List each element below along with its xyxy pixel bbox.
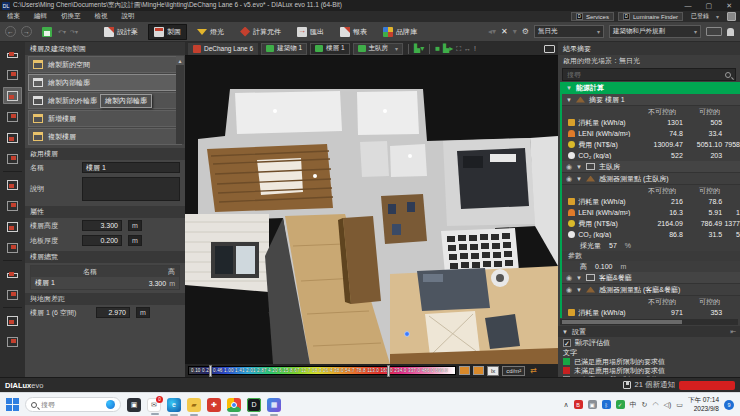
- messaging-app-icon[interactable]: ✉0: [147, 398, 161, 412]
- slab-thickness-field[interactable]: 0.200: [82, 235, 122, 246]
- redo-icon[interactable]: ↷▾: [70, 28, 78, 35]
- minimize-button[interactable]: —: [685, 2, 692, 9]
- results-search[interactable]: [562, 68, 736, 81]
- undo-icon[interactable]: ↶▾: [58, 28, 66, 35]
- mode-light-button[interactable]: 燈光: [191, 24, 230, 40]
- eye-icon[interactable]: ◉: [566, 274, 572, 282]
- ceiling-tool-icon[interactable]: [3, 218, 22, 235]
- floor-height-field[interactable]: 3.300: [82, 220, 122, 231]
- keyboard-icon[interactable]: [706, 27, 722, 36]
- close-button[interactable]: ✕: [726, 2, 732, 10]
- dimension-icon[interactable]: ↔: [464, 45, 471, 52]
- room-tool-icon[interactable]: [3, 108, 22, 125]
- room-node-master-bedroom[interactable]: ◉ ▼ 主臥房: [562, 161, 740, 173]
- pin-app-icon[interactable]: ✚: [207, 398, 221, 412]
- tray-app-red-icon[interactable]: B: [574, 400, 583, 409]
- checkbox-checked-icon[interactable]: ✓: [563, 339, 571, 347]
- floor-name-field[interactable]: 樓層 1: [82, 162, 180, 173]
- collapse-icon[interactable]: ▼: [576, 176, 582, 182]
- tray-chevron-up-icon[interactable]: ∧: [563, 401, 568, 409]
- wifi-icon[interactable]: ◠: [652, 401, 658, 409]
- solid-view-icon[interactable]: ■: [435, 44, 440, 53]
- collapse-icon[interactable]: ▼: [576, 287, 582, 293]
- planning-mode-select[interactable]: 建築物和戶外規劃 ▾: [609, 25, 701, 38]
- search-input[interactable]: [567, 71, 721, 78]
- 3d-scene[interactable]: [185, 56, 558, 364]
- user-avatar[interactable]: [727, 12, 736, 21]
- menu-edit[interactable]: 編輯: [27, 12, 54, 21]
- roof-tool-icon[interactable]: [3, 197, 22, 214]
- maximize-button[interactable]: ▢: [706, 2, 713, 10]
- clearance-value-field[interactable]: 2.970: [96, 307, 130, 318]
- view-mode-icon[interactable]: ▙▾: [414, 44, 424, 53]
- volume-icon[interactable]: ◁): [664, 401, 672, 409]
- unit-cdm2-button[interactable]: cd/m²: [502, 366, 525, 376]
- daylight-scene-select[interactable]: 無日光 ▾: [534, 25, 604, 38]
- swap-units-icon[interactable]: ⇄: [530, 366, 537, 375]
- horizontal-scrollbar[interactable]: [560, 319, 738, 325]
- energy-calculation-header[interactable]: ▼ 能源計算: [562, 82, 740, 94]
- assessment-tool-icon[interactable]: [3, 312, 22, 329]
- dialux-app-icon[interactable]: D: [247, 398, 261, 412]
- eye-icon[interactable]: ◉: [566, 175, 572, 183]
- taskbar-search[interactable]: [25, 397, 121, 412]
- forward-button[interactable]: →: [21, 26, 32, 37]
- delete-tool-icon[interactable]: ✕: [501, 27, 508, 36]
- menu-view[interactable]: 檢視: [88, 12, 115, 21]
- scroll-up-icon[interactable]: ▲: [176, 56, 184, 65]
- summary-node[interactable]: ▼ 摘要 樓層 1: [562, 94, 740, 106]
- folder-icon[interactable]: ▰: [187, 398, 201, 412]
- taskbar-search-input[interactable]: [41, 401, 102, 408]
- sensor-node[interactable]: ◉ ▼ 感測器測量點 (客廳&餐廳): [562, 284, 740, 296]
- panel-scrollbar[interactable]: ▲: [176, 56, 184, 144]
- copy-storey-button[interactable]: 複製樓層: [28, 128, 182, 145]
- file-explorer-icon[interactable]: ▣: [127, 398, 141, 412]
- table-row[interactable]: 樓層 1 3.300 m: [31, 277, 179, 289]
- project-tab[interactable]: DeChang Lane 6: [188, 43, 258, 55]
- falsecolor-max-handle[interactable]: [387, 365, 390, 377]
- battery-icon[interactable]: ▭: [676, 401, 683, 409]
- ime-indicator[interactable]: 中: [630, 400, 637, 410]
- luminaire-finder-button[interactable]: D Luminaire Finder: [618, 12, 683, 21]
- room-node-living-dining[interactable]: ◉ ▼ 客廳&餐廳: [562, 272, 740, 284]
- back-button[interactable]: ←: [5, 26, 16, 37]
- building-crumb-button[interactable]: 建築物 1: [261, 43, 307, 55]
- show-values-checkbox-row[interactable]: ✓ 顯示評估值: [558, 337, 740, 348]
- eye-icon[interactable]: ◉: [566, 163, 572, 171]
- menu-help[interactable]: 說明: [115, 12, 142, 21]
- save-icon[interactable]: [42, 27, 52, 37]
- room-crumb-button[interactable]: 主臥房 ▾: [353, 43, 404, 55]
- calculation-point[interactable]: [405, 332, 410, 337]
- menu-switch-to[interactable]: 切換至: [54, 12, 88, 21]
- mode-construction-button[interactable]: 製圖: [148, 24, 187, 40]
- collapse-icon[interactable]: ▼: [562, 329, 568, 335]
- collapse-icon[interactable]: ▼: [566, 85, 572, 91]
- fit-view-icon[interactable]: ⛶: [456, 45, 461, 53]
- edge-browser-icon[interactable]: e: [167, 398, 181, 412]
- tray-photo-icon[interactable]: ▣: [588, 400, 597, 409]
- login-menu[interactable]: 已登錄 ▾: [687, 12, 723, 21]
- falsecolor-swatch-2[interactable]: [473, 366, 484, 375]
- building-tool-icon[interactable]: [3, 66, 22, 83]
- chevron-down-icon[interactable]: ▾: [513, 27, 517, 36]
- storey-tool-icon[interactable]: [3, 87, 22, 104]
- wall-tool-icon[interactable]: [3, 333, 22, 350]
- falsecolor-min-handle[interactable]: [209, 365, 212, 377]
- mode-export-button[interactable]: 匯出: [291, 24, 330, 40]
- dock-icon[interactable]: ⇤: [730, 328, 736, 336]
- bluetooth-icon[interactable]: ᛒ: [602, 400, 611, 409]
- furniture-tool-icon[interactable]: [3, 265, 22, 282]
- services-button[interactable]: D Services: [571, 12, 614, 21]
- notifications-label[interactable]: 21 個新通知: [635, 380, 675, 390]
- notification-center-badge[interactable]: 9: [724, 400, 734, 410]
- sync-icon[interactable]: ↻: [642, 401, 648, 409]
- gear-icon[interactable]: ⚙: [522, 27, 529, 36]
- taskbar-clock[interactable]: 下午 07:14 2023/9/8: [688, 396, 719, 412]
- floor-description-field[interactable]: [82, 177, 180, 201]
- mode-design-button[interactable]: 設計案: [98, 24, 144, 40]
- falsecolor-swatch-1[interactable]: [459, 366, 470, 375]
- collapse-icon[interactable]: ▼: [576, 164, 582, 170]
- material-tool-icon[interactable]: [3, 286, 22, 303]
- unit-lx-button[interactable]: lx: [487, 366, 499, 376]
- photos-app-icon[interactable]: ▦: [267, 398, 281, 412]
